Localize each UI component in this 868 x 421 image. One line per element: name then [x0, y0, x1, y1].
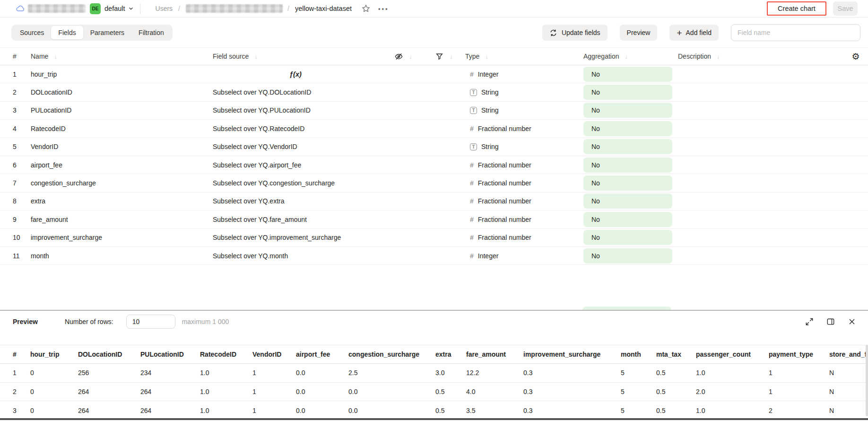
field-type-cell[interactable]: #Integer — [464, 252, 582, 260]
aggregation-chip[interactable]: No — [583, 139, 672, 154]
folder-name[interactable]: default — [104, 5, 125, 12]
field-type-cell[interactable]: TString — [464, 106, 582, 114]
field-row[interactable]: 3PULocationIDSubselect over YQ.PULocatio… — [0, 102, 868, 120]
horizontal-scrollbar[interactable] — [0, 418, 868, 420]
sort-arrow-icon[interactable]: ↓ — [54, 53, 57, 60]
close-icon[interactable] — [847, 317, 857, 326]
folder-badge[interactable]: DE — [90, 3, 101, 14]
sort-arrow-icon[interactable]: ↓ — [485, 53, 488, 60]
field-aggregation-cell: No — [582, 85, 678, 100]
field-row[interactable]: 5VendorIDSubselect over YQ.VendorIDTStri… — [0, 138, 868, 156]
more-actions-icon[interactable]: ••• — [378, 5, 389, 12]
preview-toggle-button[interactable]: Preview — [620, 25, 658, 41]
field-row[interactable]: 10improvement_surchargeSubselect over YQ… — [0, 229, 868, 247]
save-button[interactable]: Save — [833, 1, 858, 16]
chevron-down-icon[interactable] — [128, 5, 134, 12]
field-source: Subselect over YQ.RatecodeID — [213, 125, 383, 132]
field-row-number: 7 — [13, 179, 31, 187]
field-type-cell[interactable]: TString — [464, 143, 582, 150]
preview-cell: 1 — [13, 369, 30, 377]
breadcrumb-root[interactable]: Users — [156, 5, 173, 12]
field-row[interactable]: 7congestion_surchargeSubselect over YQ.c… — [0, 174, 868, 192]
field-type-cell[interactable]: #Fractional number — [464, 161, 582, 169]
create-chart-button[interactable]: Create chart — [767, 1, 826, 16]
sort-arrow-icon[interactable]: ↓ — [409, 53, 412, 60]
sort-arrow-icon[interactable]: ↓ — [625, 53, 628, 60]
field-name: fare_amount — [31, 216, 213, 223]
update-fields-button[interactable]: Update fields — [542, 25, 608, 41]
tab-parameters[interactable]: Parameters — [83, 26, 131, 39]
field-name: VendorID — [31, 143, 213, 150]
aggregation-chip[interactable]: No — [583, 85, 672, 100]
tab-sources[interactable]: Sources — [13, 26, 51, 39]
rows-count-input[interactable] — [126, 315, 175, 329]
field-type-cell[interactable]: #Fractional number — [464, 234, 582, 241]
favorite-star-icon[interactable] — [361, 4, 371, 13]
field-row[interactable]: 4RatecodeIDSubselect over YQ.RatecodeID#… — [0, 120, 868, 138]
preview-cell: N — [829, 369, 868, 377]
field-type-cell[interactable]: #Fractional number — [464, 125, 582, 132]
tab-fields[interactable]: Fields — [51, 26, 83, 39]
column-header-description[interactable]: Description↓ — [678, 53, 847, 60]
field-row-number: 3 — [13, 106, 31, 114]
field-row[interactable]: 9fare_amountSubselect over YQ.fare_amoun… — [0, 210, 868, 228]
table-settings[interactable]: ⚙ — [847, 52, 864, 61]
divider — [140, 3, 140, 14]
column-header-name[interactable]: Name↓ — [31, 53, 213, 60]
preview-cell: 0.3 — [523, 388, 621, 395]
dataset-editor-window: DE default Users / / yellow-taxi-dataset… — [0, 0, 868, 421]
aggregation-chip[interactable]: No — [583, 121, 672, 136]
preview-column-header: airport_fee — [296, 351, 348, 358]
field-type-label: Fractional number — [478, 179, 531, 187]
aggregation-chip[interactable]: No — [583, 248, 672, 263]
formula-icon: ƒ(x) — [289, 70, 302, 78]
column-header-type[interactable]: Type↓ — [464, 53, 582, 60]
field-type-cell[interactable]: #Integer — [464, 70, 582, 78]
preview-column-header: store_and_fwd_flag — [829, 351, 868, 358]
sort-arrow-icon[interactable]: ↓ — [717, 53, 720, 60]
field-type-cell[interactable]: #Fractional number — [464, 179, 582, 187]
preview-cell: 3 — [13, 407, 30, 414]
aggregation-chip[interactable]: No — [583, 193, 672, 209]
aggregation-chip[interactable]: No — [583, 103, 672, 118]
field-type-cell[interactable]: #Fractional number — [464, 216, 582, 223]
field-row[interactable]: 2DOLocationIDSubselect over YQ.DOLocatio… — [0, 83, 868, 101]
side-panel-icon[interactable] — [826, 317, 835, 326]
breadcrumb-separator: / — [287, 5, 289, 12]
field-row[interactable]: 11monthSubselect over YQ.month#IntegerNo — [0, 247, 868, 265]
field-type-label: Fractional number — [478, 161, 531, 169]
aggregation-chip[interactable]: No — [583, 158, 672, 173]
column-header-source[interactable]: Field source↓ — [213, 53, 383, 60]
aggregation-chip[interactable]: No — [583, 175, 672, 191]
field-type-label: Fractional number — [478, 125, 531, 132]
field-row[interactable]: 8extraSubselect over YQ.extra#Fractional… — [0, 193, 868, 210]
preview-cell: 1 — [769, 388, 829, 395]
gear-icon[interactable]: ⚙ — [851, 52, 859, 61]
column-header-aggregation[interactable]: Aggregation↓ — [582, 53, 678, 60]
sort-arrow-icon[interactable]: ↓ — [450, 53, 453, 60]
field-source: Subselect over YQ.DOLocationID — [213, 88, 383, 96]
rows-max-hint: maximum 1 000 — [182, 318, 229, 325]
column-header-filter[interactable]: ↓ — [424, 52, 464, 61]
add-field-button[interactable]: + Add field — [669, 25, 719, 41]
field-row[interactable]: 1hour_tripƒ(x)#IntegerNo — [0, 65, 868, 83]
expand-icon[interactable] — [805, 317, 814, 326]
aggregation-chip[interactable]: No — [583, 230, 672, 245]
field-row[interactable]: 6airport_feeSubselect over YQ.airport_fe… — [0, 156, 868, 174]
aggregation-chip[interactable]: No — [583, 67, 672, 82]
vertical-scrollbar[interactable] — [866, 345, 868, 416]
preview-cell: 1.0 — [696, 407, 769, 414]
aggregation-chip[interactable]: No — [583, 212, 672, 227]
sort-arrow-icon[interactable]: ↓ — [254, 53, 258, 60]
tab-filtration[interactable]: Filtration — [131, 26, 171, 39]
preview-cell: N — [829, 388, 868, 395]
field-name: hour_trip — [31, 70, 213, 78]
preview-table-header: #hour_tripDOLocationIDPULocationIDRateco… — [0, 345, 868, 364]
fields-table-header: # Name↓ Field source↓ ↓ ↓ Type↓ Aggregat… — [0, 47, 868, 65]
column-header-visibility[interactable]: ↓ — [383, 52, 424, 61]
preview-cell: 2.5 — [348, 369, 435, 377]
field-name-search-input[interactable] — [731, 24, 860, 41]
field-type-cell[interactable]: TString — [464, 88, 582, 96]
preview-panel-actions — [805, 317, 857, 326]
field-type-cell[interactable]: #Fractional number — [464, 197, 582, 205]
